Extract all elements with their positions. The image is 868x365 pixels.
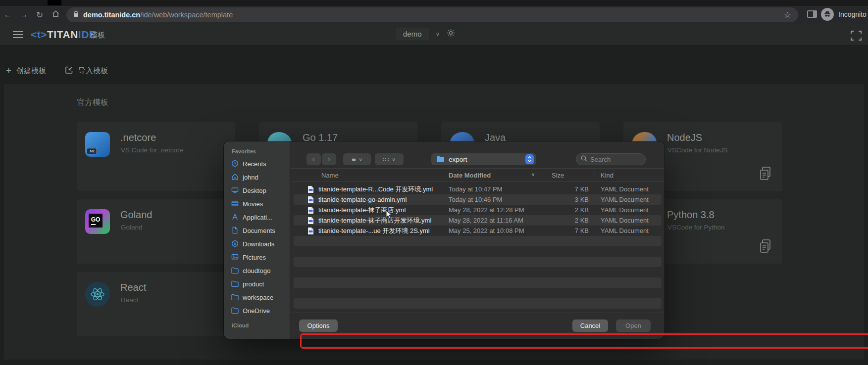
forward-icon[interactable]: → <box>16 10 32 20</box>
location-label: export <box>449 156 467 163</box>
side-panel-icon[interactable] <box>807 10 817 18</box>
sidebar-item-documents[interactable]: Documents <box>224 224 290 237</box>
sidebar-item-label: workspace <box>243 294 273 301</box>
url-text: demo.titanide.cn/ide/web/workspace/templ… <box>83 10 233 19</box>
card-subtitle: VSCode for NodeJS <box>667 146 728 154</box>
card-title: NodeJS <box>667 132 702 143</box>
template-file-icon[interactable] <box>759 166 772 183</box>
template-card-react[interactable]: React React <box>77 272 235 336</box>
file-row[interactable]: titanide-template-...ue 开发环境 2S.yml May … <box>294 226 662 236</box>
create-template-button[interactable]: + 创建模板 <box>6 65 46 76</box>
app-logo[interactable]: <t>TITANIDE <box>31 29 96 41</box>
cancel-button[interactable]: Cancel <box>572 319 608 332</box>
dialog-sidebar: Favorites Recents johnd Desktop Movies A… <box>224 141 290 339</box>
fullscreen-icon[interactable] <box>851 31 862 43</box>
column-header-kind[interactable]: Kind <box>601 172 613 179</box>
document-icon <box>231 227 239 235</box>
sidebar-item-downloads[interactable]: Downloads <box>224 237 290 251</box>
sidebar-item-pictures[interactable]: Pictures <box>224 251 290 264</box>
card-subtitle: VS Code for .netcore <box>121 146 183 154</box>
empty-row <box>294 288 662 298</box>
import-template-label: 导入模板 <box>78 66 108 76</box>
sidebar-item-applications[interactable]: Applicati... <box>224 211 290 224</box>
screen: ← → ↻ demo.titanide.cn/ide/web/workspace… <box>0 0 868 365</box>
footer-divider <box>291 313 664 313</box>
sidebar-item-label: Downloads <box>243 240 274 248</box>
workspace-name[interactable]: demo <box>396 28 429 40</box>
download-icon <box>231 240 239 249</box>
grid-view-icon <box>383 158 384 159</box>
card-subtitle: React <box>121 296 138 304</box>
sidebar-item-workspace[interactable]: workspace <box>224 291 290 304</box>
card-title: Goland <box>120 209 153 221</box>
address-bar[interactable]: demo.titanide.cn/ide/web/workspace/templ… <box>66 7 798 22</box>
column-divider[interactable] <box>542 171 542 180</box>
film-icon <box>231 200 239 209</box>
home-icon <box>231 173 239 182</box>
column-divider[interactable] <box>595 171 595 180</box>
file-size: 2 KB <box>559 215 589 226</box>
netcore-icon: .NE <box>85 132 110 157</box>
sidebar-item-home[interactable]: johnd <box>224 171 290 184</box>
column-header-date-modified[interactable]: Date Modified <box>449 172 491 179</box>
file-row[interactable]: titanide-template-袜子商店.yml May 28, 2022 … <box>294 205 662 215</box>
create-template-label: 创建模板 <box>16 66 46 76</box>
menu-hamburger-icon[interactable] <box>13 31 23 32</box>
back-icon[interactable]: ← <box>0 10 16 20</box>
file-row-highlighted[interactable]: titanide-template-go-admin.yml Today at … <box>294 194 662 205</box>
file-name: titanide-template-袜子商店.yml <box>318 205 406 215</box>
sort-chevron-icon: ∨ <box>531 172 535 177</box>
sidebar-item-recents[interactable]: Recents <box>224 157 290 171</box>
search-input[interactable] <box>590 156 640 163</box>
import-template-button[interactable]: 导入模板 <box>65 66 108 76</box>
bookmark-star-icon[interactable]: ☆ <box>784 10 791 20</box>
desktop-icon <box>231 186 239 195</box>
incognito-avatar-icon[interactable] <box>821 8 834 21</box>
icloud-section-label: iCloud <box>232 322 290 328</box>
file-row[interactable]: titanide-template-袜子商店开发环境.yml May 28, 2… <box>294 215 662 226</box>
react-icon <box>85 282 110 307</box>
chevron-down-icon[interactable]: ∨ <box>436 31 440 38</box>
template-card-netcore[interactable]: .NE .netcore VS Code for .netcore <box>77 122 235 191</box>
column-header-row: Name Date Modified ∨ Size Kind <box>291 168 664 182</box>
reload-icon[interactable]: ↻ <box>32 10 48 20</box>
column-header-name[interactable]: Name <box>321 172 339 179</box>
file-name: titanide-template-R...Code 开发环境.yml <box>318 184 433 194</box>
dialog-back-button[interactable]: ‹ <box>306 153 321 165</box>
template-card-goland[interactable]: GO Goland Goland <box>77 199 235 264</box>
file-list: titanide-template-R...Code 开发环境.yml Toda… <box>294 184 662 309</box>
dialog-forward-button[interactable]: › <box>322 153 336 165</box>
file-date: Today at 10:47 PM <box>449 184 502 194</box>
gear-icon[interactable] <box>447 29 455 39</box>
home-icon[interactable] <box>48 10 63 20</box>
stepper-icon[interactable] <box>525 154 534 164</box>
template-file-icon[interactable] <box>759 239 772 256</box>
sidebar-item-label: OneDrive <box>243 307 270 315</box>
file-date: May 28, 2022 at 12:28 PM <box>449 205 524 215</box>
file-row[interactable]: titanide-template-R...Code 开发环境.yml Toda… <box>294 184 662 194</box>
chevron-left-icon: ‹ <box>312 155 315 164</box>
sidebar-item-movies[interactable]: Movies <box>224 197 290 211</box>
list-view-icon: ≡ <box>352 155 356 163</box>
list-view-dropdown[interactable]: ≡∨ <box>343 153 371 165</box>
folder-icon <box>436 155 445 164</box>
file-size: 7 KB <box>559 226 589 236</box>
card-subtitle: VSCode for Python <box>667 224 725 231</box>
empty-row <box>294 257 662 267</box>
open-button[interactable]: Open <box>616 319 651 332</box>
location-dropdown[interactable]: export <box>431 153 536 165</box>
file-date: May 25, 2022 at 10:08 PM <box>449 226 524 236</box>
sidebar-item-onedrive[interactable]: OneDrive <box>224 304 290 318</box>
sidebar-item-label: Recents <box>243 160 266 168</box>
column-header-size[interactable]: Size <box>552 172 564 179</box>
file-kind: YAML Document <box>601 205 649 215</box>
search-field[interactable] <box>576 153 646 165</box>
sidebar-item-cloudtogo[interactable]: cloudtogo <box>224 264 290 277</box>
file-open-dialog: Favorites Recents johnd Desktop Movies A… <box>224 141 664 339</box>
options-button[interactable]: Options <box>299 319 338 332</box>
goland-icon: GO <box>85 209 110 234</box>
sidebar-item-desktop[interactable]: Desktop <box>224 184 290 197</box>
group-view-dropdown[interactable]: ∨ <box>375 153 404 165</box>
sidebar-item-product[interactable]: product <box>224 277 290 291</box>
browser-tab-favicon[interactable] <box>48 0 61 5</box>
